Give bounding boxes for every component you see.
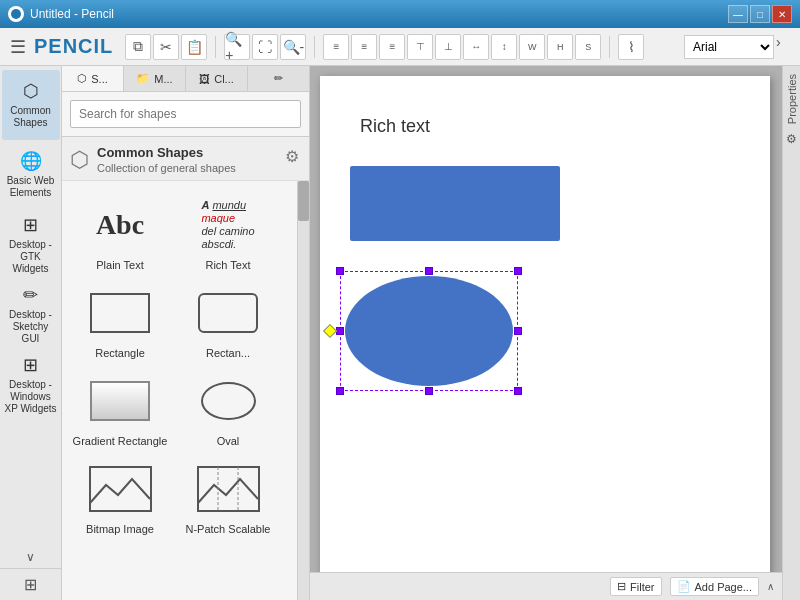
bitmap-preview [88, 465, 153, 513]
shape-gradient-rectangle[interactable]: Gradient Rectangle [66, 365, 174, 453]
shape-rounded-rectangle[interactable]: Rectan... [174, 277, 282, 365]
align-top-button[interactable]: ⊤ [407, 34, 433, 60]
fit-button[interactable]: ⛶ [252, 34, 278, 60]
hamburger-menu[interactable]: ☰ [6, 32, 30, 62]
maximize-button[interactable]: □ [750, 5, 770, 23]
handle-bl[interactable] [336, 387, 344, 395]
handle-bm[interactable] [425, 387, 433, 395]
gradient-rectangle-label: Gradient Rectangle [73, 435, 168, 447]
more-button[interactable]: › [776, 34, 794, 60]
oval-label: Oval [217, 435, 240, 447]
shapes-tab-clipart[interactable]: 🖼 Cl... [186, 66, 248, 91]
shapes-row-1: Abc Plain Text A mundu maque del camino … [66, 189, 293, 277]
sidebar-item-label: Basic Web Elements [4, 175, 58, 199]
oval-thumb [188, 371, 268, 431]
sidebar-item-winxp[interactable]: ⊞ Desktop - Windows XP Widgets [2, 350, 60, 420]
same-w-button[interactable]: W [519, 34, 545, 60]
shape-oval[interactable]: Oval [174, 365, 282, 453]
handle-tr[interactable] [514, 267, 522, 275]
shapes-tab-icon: ⬡ [77, 72, 87, 85]
align-right-button[interactable]: ≡ [379, 34, 405, 60]
shape-npatch[interactable]: N-Patch Scalable [174, 453, 282, 541]
shapes-tab-shapes[interactable]: ⬡ S... [62, 66, 124, 91]
category-icon: ⬡ [70, 147, 89, 173]
zoom-out-button[interactable]: 🔍- [280, 34, 306, 60]
shape-rectangle[interactable]: Rectangle [66, 277, 174, 365]
canvas-oval[interactable] [345, 276, 513, 386]
web-icon: 🌐 [20, 151, 42, 173]
category-header: ⬡ Common Shapes Collection of general sh… [62, 137, 309, 181]
sidebar-collapse[interactable]: ∨ [22, 546, 39, 568]
rounded-rectangle-label: Rectan... [206, 347, 250, 359]
npatch-label: N-Patch Scalable [186, 523, 271, 535]
dist-v-button[interactable]: ↕ [491, 34, 517, 60]
separator-2 [314, 36, 315, 58]
handle-br[interactable] [514, 387, 522, 395]
oval-preview [201, 382, 256, 420]
rectangle-preview [90, 293, 150, 333]
same-size-button[interactable]: S [575, 34, 601, 60]
category-settings-button[interactable]: ⚙ [283, 145, 301, 168]
sketchy-icon: ✏ [23, 285, 38, 307]
shapes-tab-edit[interactable]: ✏ [248, 66, 309, 91]
left-sidebar: ⬡ Common Shapes 🌐 Basic Web Elements ⊞ D… [0, 66, 62, 600]
properties-icon: ⚙ [786, 132, 797, 146]
canvas-inner[interactable]: Rich text [310, 66, 782, 572]
font-toolbar: Arial › [684, 34, 794, 60]
title-bar: Untitled - Pencil — □ ✕ [0, 0, 800, 28]
sidebar-item-label: Common Shapes [4, 105, 58, 129]
clipart-tab-label: Cl... [214, 73, 234, 85]
scrollbar-thumb[interactable] [298, 181, 309, 221]
copy-button[interactable]: ⧉ [125, 34, 151, 60]
add-page-icon: 📄 [677, 580, 691, 593]
properties-panel[interactable]: Properties ⚙ [782, 66, 800, 600]
menu-bar: ☰ PENCIL ⧉ ✂ 📋 🔍+ ⛶ 🔍- ≡ ≡ ≡ ⊤ ⊥ ↔ ↕ W H… [0, 28, 800, 66]
add-page-label: Add Page... [695, 581, 753, 593]
handle-ml[interactable] [336, 327, 344, 335]
align-left-button[interactable]: ≡ [323, 34, 349, 60]
shapes-scrollbar[interactable] [297, 181, 309, 600]
sidebar-item-sketchy[interactable]: ✏ Desktop - Sketchy GUI [2, 280, 60, 350]
handle-tm[interactable] [425, 267, 433, 275]
align-middle-button[interactable]: ⊥ [435, 34, 461, 60]
same-h-button[interactable]: H [547, 34, 573, 60]
category-info: Common Shapes Collection of general shap… [97, 145, 275, 174]
plain-text-thumb: Abc [80, 195, 160, 255]
zoom-in-button[interactable]: 🔍+ [224, 34, 250, 60]
font-select[interactable]: Arial [684, 35, 774, 59]
page-up-chevron[interactable]: ∧ [767, 581, 774, 592]
canvas-oval-container[interactable] [345, 276, 513, 386]
dist-h-button[interactable]: ↔ [463, 34, 489, 60]
filter-button[interactable]: ⊟ Filter [610, 577, 661, 596]
app-logo: PENCIL [34, 35, 113, 58]
minimize-button[interactable]: — [728, 5, 748, 23]
title-bar-text: Untitled - Pencil [30, 7, 728, 21]
shapes-grid: Abc Plain Text A mundu maque del camino … [62, 181, 297, 600]
handle-tl[interactable] [336, 267, 344, 275]
cut-button[interactable]: ✂ [153, 34, 179, 60]
shape-align-button[interactable]: ⌇ [618, 34, 644, 60]
sidebar-item-gtk[interactable]: ⊞ Desktop - GTK Widgets [2, 210, 60, 280]
shapes-search [62, 92, 309, 137]
canvas-blue-rect[interactable] [350, 166, 560, 241]
shape-rich-text[interactable]: A mundu maque del camino abscdi. Rich Te… [174, 189, 282, 277]
handle-mr[interactable] [514, 327, 522, 335]
edit-tab-icon: ✏ [274, 72, 283, 85]
sidebar-item-web[interactable]: 🌐 Basic Web Elements [2, 140, 60, 210]
rotation-handle[interactable] [323, 324, 337, 338]
gradient-rectangle-preview [90, 381, 150, 421]
shape-plain-text[interactable]: Abc Plain Text [66, 189, 174, 277]
shapes-tab-mine[interactable]: 📁 M... [124, 66, 186, 91]
sidebar-grid-button[interactable]: ⊞ [0, 568, 61, 600]
svg-point-0 [11, 9, 21, 19]
paste-button[interactable]: 📋 [181, 34, 207, 60]
shapes-panel: ⬡ S... 📁 M... 🖼 Cl... ✏ ⬡ Common Shapes [62, 66, 310, 600]
shape-bitmap[interactable]: Bitmap Image [66, 453, 174, 541]
close-button[interactable]: ✕ [772, 5, 792, 23]
add-page-button[interactable]: 📄 Add Page... [670, 577, 760, 596]
sidebar-item-common-shapes[interactable]: ⬡ Common Shapes [2, 70, 60, 140]
align-center-button[interactable]: ≡ [351, 34, 377, 60]
shapes-row-2: Rectangle Rectan... [66, 277, 293, 365]
search-input[interactable] [70, 100, 301, 128]
plain-text-label: Plain Text [96, 259, 144, 271]
